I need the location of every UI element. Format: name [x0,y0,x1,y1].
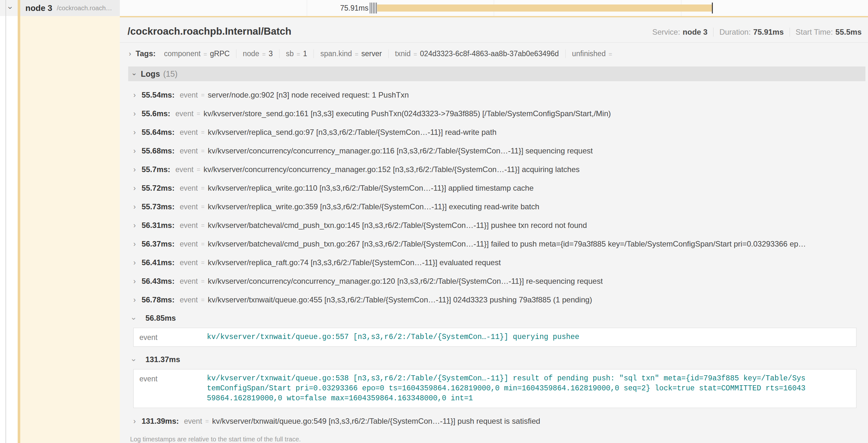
log-row[interactable]: › 56.78ms: event = kv/kvserver/txnwait/q… [128,291,865,309]
trace-span-row[interactable]: node 3 /cockroach.roach… 75.91ms [0,0,868,16]
log-row[interactable]: › 131.39ms: event = kv/kvserver/txnwait/… [128,412,865,431]
log-row[interactable]: › 55.68ms: event = kv/kvserver/concurren… [128,142,865,160]
log-equals: = [201,278,205,285]
log-timestamp: 56.85ms [146,314,176,322]
log-row[interactable]: › 55.7ms: event = kv/kvserver/concurrenc… [128,160,865,179]
tag-span-kind: span.kind=server [313,49,388,58]
log-field-key: event [180,259,197,267]
log-field-key: event [176,165,193,174]
log-row[interactable]: › 55.6ms: event = kv/kvserver/store_send… [128,104,865,123]
chevron-down-icon: › [132,355,134,364]
span-duration-bar[interactable] [377,4,712,11]
chevron-right-icon: › [133,128,136,137]
log-timestamp: 55.64ms: [142,128,175,137]
tag-sb: sb=1 [279,49,313,58]
tags-row[interactable]: › Tags: component=gRPC node=3 sb=1 span.… [120,43,868,63]
log-field-value: kv/kvserver/txnwait/queue.go:557 [n3,s3,… [207,332,579,342]
log-row[interactable]: › 55.73ms: event = kv/kvserver/replica_w… [128,197,865,216]
log-equals: = [196,166,200,173]
log-field-key: event [140,332,207,342]
tags-chevron-right-icon[interactable]: › [129,50,131,58]
log-timestamp: 55.72ms: [142,183,175,193]
log-event-detail-box: event kv/kvserver/txnwait/queue.go:538 [… [133,369,857,408]
chevron-down-icon: › [132,314,134,322]
log-timestamp: 56.37ms: [142,239,175,248]
log-row[interactable]: › 55.64ms: event = kv/kvserver/replica_s… [128,123,865,142]
log-equals: = [205,418,209,425]
log-timestamp: 56.41ms: [142,258,175,267]
log-marker-tick [370,3,370,13]
log-equals: = [201,259,205,266]
log-message: kv/kvserver/replica_write.go:359 [n3,s3,… [208,202,539,211]
log-equals: = [201,240,205,247]
log-message: kv/kvserver/replica_raft.go:74 [n3,s3,r6… [208,258,501,267]
log-field-key: event [180,147,197,156]
log-timestamp: 55.7ms: [142,165,170,174]
log-timestamp: 131.39ms: [142,417,179,426]
log-row[interactable]: › 55.72ms: event = kv/kvserver/replica_w… [128,179,865,197]
log-equals: = [201,92,205,99]
chevron-right-icon: › [133,296,136,304]
span-detail-header: /cockroach.roachpb.Internal/Batch Servic… [120,17,868,43]
log-field-key: event [180,184,197,193]
logs-section: › Logs (15) › 55.54ms: event = server/no… [128,66,865,443]
tag-txnid: txnid=024d3323-6c8f-4863-aa8b-37ab0e6349… [389,49,565,58]
log-field-key: event [180,221,197,230]
chevron-right-icon: › [133,259,136,267]
log-equals: = [196,110,200,117]
logs-footer-note: Log timestamps are relative to the start… [130,436,865,443]
logs-header-bar[interactable]: › Logs (15) [128,66,865,81]
tag-unfinished: unfinished= [565,49,622,58]
log-message: kv/kvserver/concurrency/concurrency_mana… [208,277,603,286]
log-equals: = [201,184,205,192]
log-timestamp: 56.78ms: [142,295,175,304]
log-row[interactable]: › 56.37ms: event = kv/kvserver/batcheval… [128,235,865,253]
log-timestamp: 55.54ms: [142,91,175,100]
log-row[interactable]: › 56.43ms: event = kv/kvserver/concurren… [128,272,865,291]
chevron-right-icon: › [133,203,136,211]
log-row[interactable]: › 56.41ms: event = kv/kvserver/replica_r… [128,253,865,272]
log-row-expanded-header[interactable]: › 56.85ms [128,309,865,327]
log-event-detail-box: event kv/kvserver/txnwait/queue.go:557 [… [133,328,857,347]
log-timestamp: 56.43ms: [142,277,175,286]
log-marker-tick [373,3,374,13]
log-message: kv/kvserver/replica_send.go:97 [n3,s3,r6… [208,128,497,137]
log-marker-tick [375,3,375,13]
log-field-key: event [180,277,197,286]
meta-start-time: Start Time:55.5ms [789,28,862,37]
span-meta: Service:node 3 Duration:75.91ms Start Ti… [646,28,862,37]
tag-component: component=gRPC [158,49,236,58]
log-field-key: event [180,128,197,137]
log-marker-tick [376,3,377,13]
log-row-expanded-header[interactable]: › 131.37ms [128,350,865,369]
log-marker-tick [371,3,372,13]
log-row[interactable]: › 55.54ms: event = server/node.go:902 [n… [128,86,865,104]
log-field-key: event [176,109,193,118]
chevron-right-icon: › [133,417,136,426]
log-field-key: event [180,91,197,100]
log-field-key: event [180,203,197,211]
span-title: /cockroach.roachpb.Internal/Batch [127,26,291,37]
span-name-tab[interactable]: node 3 /cockroach.roach… [20,0,120,16]
span-operation-name: /cockroach.roach… [57,4,112,12]
column-divider [5,0,6,443]
logs-title: Logs [141,69,160,79]
chevron-right-icon: › [133,147,136,156]
log-equals: = [201,147,205,155]
meta-service: Service:node 3 [646,28,713,37]
chevron-right-icon: › [133,109,136,118]
tag-node: node=3 [236,49,279,58]
log-field-key: event [180,296,197,304]
chevron-right-icon: › [133,277,136,286]
log-field-key: event [184,417,202,426]
log-equals: = [201,296,205,303]
log-equals: = [201,203,205,210]
logs-chevron-down-icon[interactable]: › [133,70,135,78]
selected-row-highlight [20,16,120,443]
logs-count: (15) [163,69,177,79]
meta-duration: Duration:75.91ms [713,28,789,37]
chevron-right-icon: › [133,221,136,230]
log-row[interactable]: › 56.31ms: event = kv/kvserver/batcheval… [128,216,865,235]
log-field-key: event [140,374,207,404]
collapse-trace-chevron-down-icon[interactable]: › [9,3,11,11]
